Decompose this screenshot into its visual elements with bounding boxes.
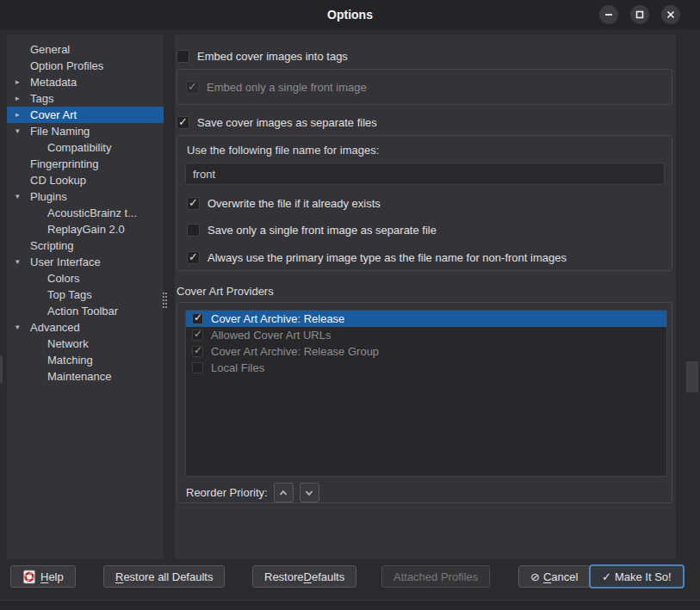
button-label: efaults [312,570,344,583]
sidebar-item-user-interface[interactable]: User Interface [7,254,164,270]
sidebar-item-top-tags[interactable]: Top Tags [7,287,164,303]
help-icon [22,570,36,584]
reorder-priority-row: Reorder Priority: [186,483,319,502]
checkbox-box [187,197,200,210]
checkbox-box [187,251,200,264]
sidebar-item-label: General [30,43,70,56]
sidebar-item-label: Fingerprinting [30,157,99,170]
restore-defaults-button[interactable]: Restore Defaults [252,565,356,588]
checkbox-box[interactable] [192,313,203,324]
move-down-button[interactable] [300,483,319,502]
sidebar-item-colors[interactable]: Colors [7,270,164,287]
sidebar-item-label: Cover Art [30,108,77,121]
checkbox-box[interactable] [192,362,203,373]
sidebar-item-advanced[interactable]: Advanced [7,319,164,336]
sidebar-item-label: AcousticBrainz t... [47,206,137,219]
checkbox-embed-cover-images[interactable]: Embed cover images into tags [177,49,348,64]
attached-profiles-button: Attached Profiles [381,565,490,588]
minimize-button[interactable] [599,5,618,24]
close-button[interactable] [661,5,680,24]
sidebar-splitter-handle[interactable] [163,293,167,308]
move-up-button[interactable] [274,483,294,502]
options-dialog: Options General Option Profiles Metadata… [0,0,700,610]
sidebar-item-label: Plugins [30,190,67,203]
make-it-so-button[interactable]: ✓Make It So! [589,564,685,588]
sidebar-item-scripting[interactable]: Scripting [7,237,164,254]
sidebar-item-acousticbrainz[interactable]: AcousticBrainz t... [7,205,164,221]
sidebar-item-replaygain[interactable]: ReplayGain 2.0 [7,221,164,237]
restore-all-defaults-button[interactable]: Restore all Defaults [103,565,225,588]
help-button[interactable]: Help [10,565,76,588]
sidebar-item-plugins[interactable]: Plugins [7,188,164,205]
checkbox-box[interactable] [192,330,203,341]
checkbox-label: Embed cover images into tags [197,50,348,63]
sidebar-item-maintenance[interactable]: Maintenance [7,368,164,385]
sidebar-item-label: Option Profiles [30,59,103,72]
titlebar: Options [0,0,700,29]
sidebar-scrollbar-thumb[interactable] [0,355,3,384]
provider-label: Local Files [211,361,264,374]
provider-row-local-files[interactable]: Local Files [186,360,666,376]
chevron-right-icon[interactable] [15,74,30,90]
sidebar-item-label: Top Tags [47,288,92,301]
check-icon: ✓ [602,570,611,583]
sidebar-item-fingerprinting[interactable]: Fingerprinting [7,156,164,172]
provider-label: Cover Art Archive: Release [211,312,344,325]
dialog-title: Options [0,0,700,29]
checkbox-save-single-front[interactable]: Save only a single front image as separa… [187,223,437,237]
options-category-tree: General Option Profiles Metadata Tags Co… [7,34,164,559]
provider-label: Cover Art Archive: Release Group [211,345,379,358]
maximize-button[interactable] [630,5,649,24]
checkbox-label: Always use the primary image type as the… [208,251,567,264]
checkbox-save-separate-files[interactable]: Save cover images as separate files [177,115,377,130]
close-icon [666,10,675,19]
sidebar-item-compatibility[interactable]: Compatibility [7,139,164,156]
cancel-button[interactable]: ⊘Cancel [518,565,590,588]
sidebar-item-network[interactable]: Network [7,336,164,352]
button-label: Restore [264,570,304,583]
cancel-icon: ⊘ [530,570,540,583]
sidebar-item-label: Tags [30,92,53,105]
button-accel: R [115,570,123,583]
sidebar-item-action-toolbar[interactable]: Action Toolbar [7,303,164,319]
checkbox-overwrite-file[interactable]: Overwrite the file if it already exists [187,196,381,211]
sidebar-item-label: Maintenance [47,370,111,383]
checkbox-box [177,116,189,129]
sidebar-item-label: Matching [47,354,93,367]
maximize-icon [635,10,644,19]
embed-options-group: Embed only a single front image [177,69,672,105]
reorder-priority-label: Reorder Priority: [186,486,268,499]
file-name-input[interactable] [185,163,665,185]
chevron-down-icon[interactable] [15,319,30,336]
vertical-scrollbar-thumb[interactable] [686,361,698,392]
chevron-down-icon[interactable] [15,188,30,205]
provider-row-caa-release-group[interactable]: Cover Art Archive: Release Group [186,343,666,360]
chevron-down-icon[interactable] [15,254,30,270]
button-accel: C [543,570,551,583]
checkbox-box[interactable] [192,346,203,357]
sidebar-item-label: Compatibility [47,141,111,154]
button-label: Attached Profiles [393,570,478,583]
provider-row-allowed-urls[interactable]: Allowed Cover Art URLs [186,327,666,343]
window-bottom-edge [0,601,700,610]
sidebar-item-option-profiles[interactable]: Option Profiles [7,58,164,74]
sidebar-item-label: Colors [47,272,80,285]
sidebar-item-label: CD Lookup [30,174,86,187]
checkbox-box [186,81,199,94]
provider-row-caa-release[interactable]: Cover Art Archive: Release [186,311,666,327]
chevron-right-icon[interactable] [15,107,30,123]
sidebar-item-tags[interactable]: Tags [7,90,164,107]
sidebar-item-general[interactable]: General [7,41,164,58]
checkbox-label: Embed only a single front image [207,81,367,94]
sidebar-item-cd-lookup[interactable]: CD Lookup [7,172,164,188]
chevron-down-icon[interactable] [15,123,30,139]
chevron-right-icon[interactable] [15,90,30,107]
checkbox-primary-image-type[interactable]: Always use the primary image type as the… [187,250,567,265]
sidebar-item-cover-art[interactable]: Cover Art [7,107,164,123]
sidebar-item-file-naming[interactable]: File Naming [7,123,164,139]
minimize-icon [604,10,613,19]
providers-list[interactable]: Cover Art Archive: Release Allowed Cover… [185,310,667,477]
checkbox-box [177,50,189,63]
sidebar-item-matching[interactable]: Matching [7,352,164,368]
sidebar-item-metadata[interactable]: Metadata [7,74,164,90]
